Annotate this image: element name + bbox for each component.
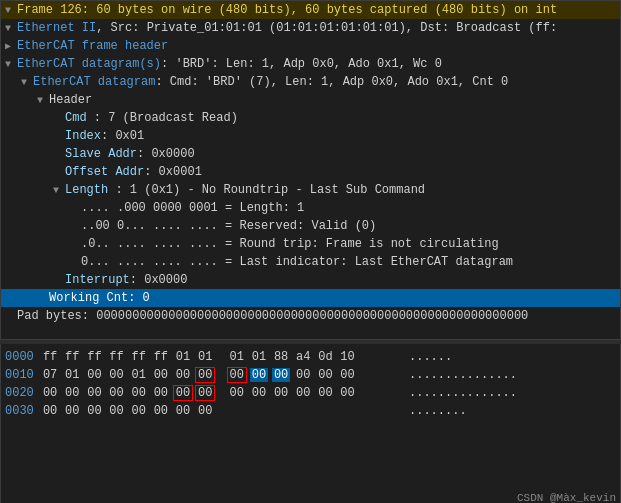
hex-byte[interactable]	[316, 404, 334, 418]
hex-ascii: ......	[409, 350, 452, 364]
packet-tree-line[interactable]: Working Cnt: 0	[1, 289, 620, 307]
packet-tree-line[interactable]: .... .000 0000 0001 = Length: 1	[1, 199, 620, 217]
hex-byte[interactable]	[228, 404, 246, 418]
tree-line-text: Ethernet II, Src: Private_01:01:01 (01:0…	[17, 21, 557, 35]
hex-byte[interactable]: 01	[228, 350, 246, 364]
hex-byte[interactable]	[338, 404, 356, 418]
hex-row[interactable]: 00200000000000000000000000000000 .......…	[1, 384, 620, 402]
hex-byte[interactable]: 00	[85, 386, 103, 400]
hex-byte[interactable]: 00	[130, 404, 148, 418]
hex-byte[interactable]	[383, 350, 401, 364]
packet-tree-line[interactable]: ▶EtherCAT frame header	[1, 37, 620, 55]
hex-byte[interactable]: 00	[107, 404, 125, 418]
hex-byte[interactable]: 00	[272, 368, 290, 382]
packet-tree-line[interactable]: Index: 0x01	[1, 127, 620, 145]
hex-byte[interactable]: 00	[338, 368, 356, 382]
packet-tree-line[interactable]: Slave Addr: 0x0000	[1, 145, 620, 163]
hex-byte[interactable]	[361, 368, 379, 382]
packet-tree-line[interactable]: ▼Ethernet II, Src: Private_01:01:01 (01:…	[1, 19, 620, 37]
hex-byte[interactable]	[361, 404, 379, 418]
tree-expand-icon[interactable]: ▶	[5, 40, 17, 52]
packet-tree-line[interactable]: Interrupt: 0x0000	[1, 271, 620, 289]
tree-expand-icon[interactable]: ▼	[37, 95, 49, 106]
hex-byte[interactable]	[383, 404, 401, 418]
hex-byte[interactable]	[272, 404, 290, 418]
hex-row[interactable]: 00100701000001000000000000000000 .......…	[1, 366, 620, 384]
packet-tree-line[interactable]: 0... .... .... .... = Last indicator: La…	[1, 253, 620, 271]
hex-byte[interactable]: 10	[338, 350, 356, 364]
hex-byte[interactable]: 01	[250, 350, 268, 364]
hex-row[interactable]: 00300000000000000000 ........	[1, 402, 620, 420]
hex-byte[interactable]: 01	[130, 368, 148, 382]
hex-byte[interactable]	[250, 404, 268, 418]
tree-expand-icon[interactable]: ▼	[21, 77, 33, 88]
tree-line-text: EtherCAT datagram: Cmd: 'BRD' (7), Len: …	[33, 75, 508, 89]
packet-tree-line[interactable]: Cmd : 7 (Broadcast Read)	[1, 109, 620, 127]
hex-dump-panel[interactable]: 0000ffffffffffff0101010188a40d10 ......0…	[0, 344, 621, 503]
hex-byte[interactable]: 00	[130, 386, 148, 400]
hex-byte[interactable]	[294, 404, 312, 418]
hex-byte[interactable]: 00	[107, 368, 125, 382]
hex-byte[interactable]: 00	[174, 404, 192, 418]
hex-byte[interactable]: 01	[196, 350, 214, 364]
hex-byte[interactable]: 00	[196, 404, 214, 418]
hex-byte[interactable]: 01	[63, 368, 81, 382]
hex-byte[interactable]: ff	[41, 350, 59, 364]
tree-expand-icon[interactable]: ▼	[5, 59, 17, 70]
hex-byte[interactable]: 07	[41, 368, 59, 382]
packet-tree-line[interactable]: Offset Addr: 0x0001	[1, 163, 620, 181]
hex-byte[interactable]: ff	[85, 350, 103, 364]
hex-byte[interactable]: a4	[294, 350, 312, 364]
hex-byte[interactable]: 00	[250, 368, 268, 382]
hex-byte[interactable]: 00	[85, 404, 103, 418]
hex-byte[interactable]: 01	[174, 350, 192, 364]
packet-tree-line[interactable]: Pad bytes: 00000000000000000000000000000…	[1, 307, 620, 325]
hex-byte[interactable]	[361, 386, 379, 400]
hex-byte[interactable]: 00	[63, 386, 81, 400]
packet-tree-line[interactable]: ▼Header	[1, 91, 620, 109]
hex-byte[interactable]: 00	[294, 368, 312, 382]
hex-byte[interactable]: 00	[41, 386, 59, 400]
hex-byte[interactable]: 00	[272, 386, 290, 400]
hex-row[interactable]: 0000ffffffffffff0101010188a40d10 ......	[1, 348, 620, 366]
packet-tree-line[interactable]: ▼EtherCAT datagram: Cmd: 'BRD' (7), Len:…	[1, 73, 620, 91]
tree-expand-icon[interactable]: ▼	[5, 5, 17, 16]
hex-byte[interactable]: 00	[228, 368, 246, 382]
hex-byte[interactable]: 00	[152, 386, 170, 400]
hex-byte[interactable]: 00	[196, 368, 214, 382]
packet-detail-panel[interactable]: ▼Frame 126: 60 bytes on wire (480 bits),…	[0, 0, 621, 340]
hex-byte[interactable]	[361, 350, 379, 364]
hex-bytes-group: ffffffffffff0101010188a40d10	[41, 350, 401, 364]
packet-tree-line[interactable]: ▼EtherCAT datagram(s): 'BRD': Len: 1, Ad…	[1, 55, 620, 73]
hex-byte[interactable]: ff	[130, 350, 148, 364]
hex-byte[interactable]	[383, 386, 401, 400]
hex-byte[interactable]	[383, 368, 401, 382]
hex-byte[interactable]: 00	[338, 386, 356, 400]
tree-line-text: Length : 1 (0x1) - No Roundtrip - Last S…	[65, 183, 425, 197]
hex-byte[interactable]: 00	[152, 404, 170, 418]
hex-byte[interactable]: ff	[63, 350, 81, 364]
hex-byte[interactable]: 00	[85, 368, 103, 382]
packet-tree-line[interactable]: .0.. .... .... .... = Round trip: Frame …	[1, 235, 620, 253]
hex-byte[interactable]: 88	[272, 350, 290, 364]
tree-expand-icon[interactable]: ▼	[53, 185, 65, 196]
hex-byte[interactable]: ff	[152, 350, 170, 364]
packet-tree-line[interactable]: ..00 0... .... .... = Reserved: Valid (0…	[1, 217, 620, 235]
packet-tree-line[interactable]: ▼Length : 1 (0x1) - No Roundtrip - Last …	[1, 181, 620, 199]
tree-expand-icon[interactable]: ▼	[5, 23, 17, 34]
hex-byte[interactable]: ff	[107, 350, 125, 364]
packet-tree-line[interactable]: ▼Frame 126: 60 bytes on wire (480 bits),…	[1, 1, 620, 19]
hex-byte[interactable]: 00	[196, 386, 214, 400]
hex-byte[interactable]: 00	[41, 404, 59, 418]
hex-byte[interactable]: 00	[316, 386, 334, 400]
hex-byte[interactable]: 00	[316, 368, 334, 382]
hex-byte[interactable]: 00	[174, 368, 192, 382]
hex-byte[interactable]: 00	[63, 404, 81, 418]
hex-byte[interactable]: 00	[152, 368, 170, 382]
hex-byte[interactable]: 00	[228, 386, 246, 400]
hex-byte[interactable]: 00	[107, 386, 125, 400]
hex-byte[interactable]: 0d	[316, 350, 334, 364]
hex-byte[interactable]: 00	[174, 386, 192, 400]
hex-byte[interactable]: 00	[294, 386, 312, 400]
hex-byte[interactable]: 00	[250, 386, 268, 400]
